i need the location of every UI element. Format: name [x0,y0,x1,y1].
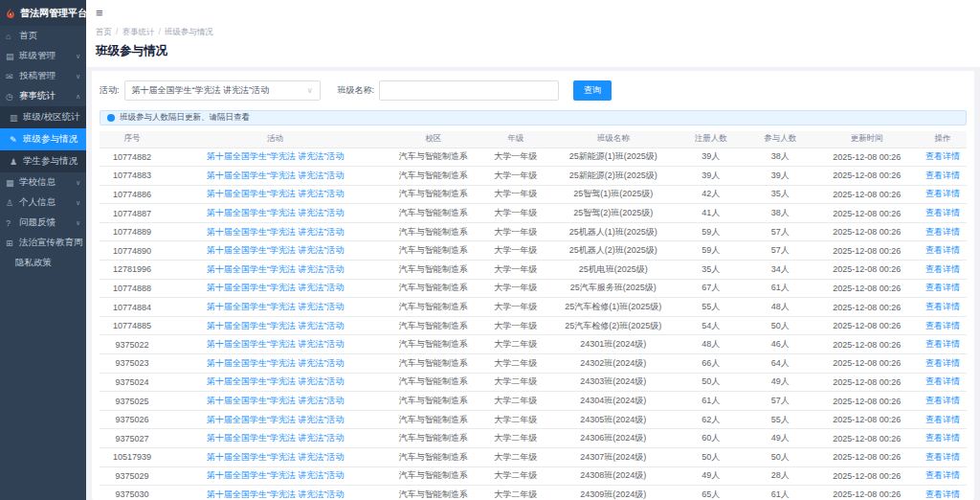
sidebar-item-personal-info[interactable]: ♙个人信息∨ [0,193,86,213]
activity-link[interactable]: 第十届全国学生“学宪法 讲宪法”活动 [207,151,345,161]
cell-participated-count: 38人 [746,204,814,223]
sidebar-item-law-education-week[interactable]: ⊞法治宣传教育周 [0,233,86,253]
view-detail-link[interactable]: 查看详情 [925,283,960,292]
view-detail-link[interactable]: 查看详情 [925,227,960,237]
cell-view-detail-link: 查看详情 [919,279,967,298]
sidebar-item-class-campus-statistics[interactable]: ▥班级/校区统计 [0,106,86,128]
activity-link[interactable]: 第十届全国学生“学宪法 讲宪法”活动 [207,452,345,462]
activity-link[interactable]: 第十届全国学生“学宪法 讲宪法”活动 [207,358,345,368]
cell-registered-count: 35人 [676,261,745,280]
chevron-down-icon: ∨ [307,86,313,95]
activity-select[interactable]: 第十届全国学生“学宪法 讲宪法”活动 ∨ [124,80,321,101]
view-detail-link[interactable]: 查看详情 [925,470,960,480]
view-detail-link[interactable]: 查看详情 [925,452,960,462]
cell-class-name: 25汽车检修(2)班(2025级) [550,316,676,335]
activity-link[interactable]: 第十届全国学生“学宪法 讲宪法”活动 [207,264,345,274]
cell-campus: 汽车与智能制造系 [386,298,481,317]
notice-text: 班级参与人数隔日更新、请隔日查看 [120,112,250,124]
main-area: ≡ 首页/赛事统计/班级参与情况 班级参与情况 活动: 第十届全国学生“学宪法 … [86,0,980,500]
chevron-down-icon: ∨ [76,219,80,227]
table-row: 10774882第十届全国学生“学宪法 讲宪法”活动汽车与智能制造系大学一年级2… [100,148,967,167]
sidebar-item-submission-management[interactable]: ✉投稿管理∨ [0,66,86,86]
cell-view-detail-link: 查看详情 [919,204,967,223]
view-detail-link[interactable]: 查看详情 [925,358,960,368]
cell-update-time: 2025-12-08 00:26 [814,335,919,354]
cell-serial: 10774890 [100,241,165,261]
activity-link[interactable]: 第十届全国学生“学宪法 讲宪法”活动 [207,302,345,311]
sidebar-item-home[interactable]: ⌂首页 [0,26,86,46]
view-detail-link[interactable]: 查看详情 [925,321,960,330]
cell-grade: 大学一年级 [481,148,550,167]
sidebar-item-competition-statistics[interactable]: ◷赛事统计∧ [0,86,86,106]
view-detail-link[interactable]: 查看详情 [925,339,960,349]
cell-registered-count: 39人 [676,148,745,167]
cell-campus: 汽车与智能制造系 [386,354,481,374]
sidebar-item-class-management[interactable]: ▤班级管理∨ [0,46,86,66]
sidebar-item-feedback[interactable]: ?问题反馈∨ [0,213,86,233]
cell-campus: 汽车与智能制造系 [386,241,481,261]
view-detail-link[interactable]: 查看详情 [925,415,960,424]
activity-link[interactable]: 第十届全国学生“学宪法 讲宪法”活动 [207,415,345,424]
cell-activity-link: 第十届全国学生“学宪法 讲宪法”活动 [165,316,386,335]
view-detail-link[interactable]: 查看详情 [925,208,960,217]
cell-class-name: 24308班(2024级) [550,466,676,486]
cell-view-detail-link: 查看详情 [919,392,967,411]
activity-link[interactable]: 第十届全国学生“学宪法 讲宪法”活动 [207,489,345,499]
sidebar-item-class-participation[interactable]: ✎班级参与情况 [0,128,86,150]
cell-grade: 大学一年级 [481,167,550,186]
activity-link[interactable]: 第十届全国学生“学宪法 讲宪法”活动 [207,170,345,180]
cell-class-name: 24305班(2024级) [550,410,676,429]
view-detail-link[interactable]: 查看详情 [925,189,960,198]
view-detail-link[interactable]: 查看详情 [925,396,960,405]
cell-participated-count: 34人 [746,261,814,280]
cell-update-time: 2025-12-08 00:26 [814,466,919,486]
class-name-input[interactable] [379,80,559,101]
cell-view-detail-link: 查看详情 [919,410,967,429]
cell-view-detail-link: 查看详情 [919,167,967,186]
activity-link[interactable]: 第十届全国学生“学宪法 讲宪法”活动 [207,189,345,198]
view-detail-link[interactable]: 查看详情 [925,170,960,180]
activity-link[interactable]: 第十届全国学生“学宪法 讲宪法”活动 [207,227,345,237]
sidebar-item-label: 首页 [19,30,37,42]
view-detail-link[interactable]: 查看详情 [925,245,960,255]
breadcrumb-item[interactable]: 首页 [96,27,112,38]
sidebar-item-student-participation[interactable]: ♟学生参与情况 [0,150,86,172]
sidebar-menu: ⌂首页▤班级管理∨✉投稿管理∨◷赛事统计∧▥班级/校区统计✎班级参与情况♟学生参… [0,26,86,273]
cell-campus: 汽车与智能制造系 [386,373,481,392]
view-detail-link[interactable]: 查看详情 [925,433,960,443]
column-header: 序号 [100,131,165,148]
cell-update-time: 2025-12-08 00:26 [814,204,919,223]
view-detail-link[interactable]: 查看详情 [925,489,960,499]
activity-link[interactable]: 第十届全国学生“学宪法 讲宪法”活动 [207,376,345,386]
table-row: 9375027第十届全国学生“学宪法 讲宪法”活动汽车与智能制造系大学二年级24… [100,429,967,448]
column-header: 班级名称 [550,131,676,148]
sidebar-item-label: 个人信息 [19,196,56,209]
cell-class-name: 25智驾(1)班(2025级) [550,185,676,204]
sidebar-item-school-info[interactable]: ▦学校信息∨ [0,172,86,193]
table-row: 10774890第十届全国学生“学宪法 讲宪法”活动汽车与智能制造系大学一年级2… [100,241,967,261]
activity-link[interactable]: 第十届全国学生“学宪法 讲宪法”活动 [207,245,345,255]
statistics-icon: ◷ [6,92,16,102]
view-detail-link[interactable]: 查看详情 [925,264,960,274]
cell-grade: 大学一年级 [481,185,550,204]
view-detail-link[interactable]: 查看详情 [925,376,960,386]
breadcrumb-separator: / [116,27,118,38]
activity-link[interactable]: 第十届全国学生“学宪法 讲宪法”活动 [207,470,345,480]
cell-serial: 9375030 [100,486,165,500]
cell-registered-count: 39人 [676,167,745,186]
activity-link[interactable]: 第十届全国学生“学宪法 讲宪法”活动 [207,396,345,405]
view-detail-link[interactable]: 查看详情 [925,151,960,161]
activity-link[interactable]: 第十届全国学生“学宪法 讲宪法”活动 [207,321,345,330]
view-detail-link[interactable]: 查看详情 [925,302,960,311]
feedback-icon: ? [6,218,16,228]
activity-link[interactable]: 第十届全国学生“学宪法 讲宪法”活动 [207,283,345,292]
activity-link[interactable]: 第十届全国学生“学宪法 讲宪法”活动 [207,433,345,443]
sidebar-collapse-icon[interactable]: ≡ [96,7,103,19]
breadcrumb-item[interactable]: 赛事统计 [122,27,154,38]
activity-link[interactable]: 第十届全国学生“学宪法 讲宪法”活动 [207,208,345,217]
cell-update-time: 2025-12-08 00:26 [814,316,919,335]
search-button[interactable]: 查询 [573,80,612,101]
activity-link[interactable]: 第十届全国学生“学宪法 讲宪法”活动 [207,339,345,349]
sidebar-item-privacy-policy[interactable]: 隐私政策 [0,253,86,273]
cell-update-time: 2025-12-08 00:26 [814,486,919,500]
